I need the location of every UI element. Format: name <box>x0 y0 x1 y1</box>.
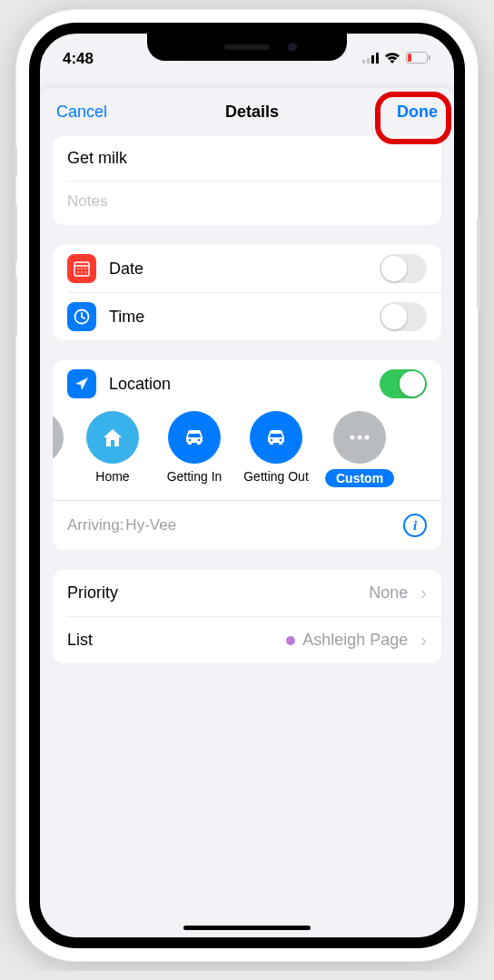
svg-point-11 <box>84 268 86 270</box>
home-indicator[interactable] <box>183 926 311 930</box>
clock-icon <box>67 302 96 331</box>
svg-point-12 <box>77 271 79 273</box>
notes-field[interactable]: Notes <box>53 181 441 225</box>
list-value: Ashleigh Page <box>302 631 408 650</box>
cancel-button[interactable]: Cancel <box>56 103 107 122</box>
chevron-right-icon: › <box>420 630 427 651</box>
wifi-icon <box>384 50 400 68</box>
arriving-place: Hy-Vee <box>125 516 176 534</box>
location-arrow-icon <box>67 369 96 398</box>
list-label: List <box>67 631 93 650</box>
battery-icon <box>406 50 431 68</box>
location-chip-home[interactable]: Home <box>80 411 145 487</box>
svg-rect-1 <box>367 58 370 64</box>
location-row[interactable]: Location <box>53 360 441 407</box>
meta-group: Priority None› List Ashleigh Page› <box>53 570 441 663</box>
date-label: Date <box>109 260 143 279</box>
svg-point-10 <box>81 268 83 270</box>
reminder-title-field[interactable]: Get milk <box>53 136 441 181</box>
svg-point-16 <box>189 439 192 442</box>
calendar-icon <box>67 254 96 283</box>
nav-bar: Cancel Details Done <box>40 88 454 136</box>
svg-point-9 <box>77 268 79 270</box>
house-icon <box>86 411 139 464</box>
svg-rect-3 <box>376 53 379 64</box>
date-row[interactable]: Date <box>53 245 441 292</box>
svg-point-17 <box>198 439 201 442</box>
location-toggle[interactable] <box>380 369 427 398</box>
svg-point-22 <box>365 436 370 440</box>
done-button[interactable]: Done <box>397 103 438 122</box>
svg-point-14 <box>84 271 86 273</box>
list-color-dot <box>286 636 295 645</box>
datetime-group: Date Time <box>53 245 441 340</box>
date-toggle[interactable] <box>380 254 427 283</box>
status-time: 4:48 <box>63 50 94 68</box>
chevron-right-icon: › <box>420 583 427 603</box>
title-group: Get milk Notes <box>53 136 441 225</box>
priority-label: Priority <box>67 583 118 603</box>
svg-point-13 <box>81 271 83 273</box>
details-modal: Cancel Details Done Get milk Notes D <box>40 88 454 937</box>
list-row[interactable]: List Ashleigh Page› <box>53 617 441 663</box>
svg-point-21 <box>358 436 362 440</box>
page-title: Details <box>225 103 279 122</box>
car-icon <box>168 411 221 464</box>
svg-point-19 <box>280 439 282 442</box>
time-toggle[interactable] <box>380 302 427 331</box>
cellular-icon <box>362 50 379 68</box>
svg-rect-2 <box>371 55 374 64</box>
svg-point-20 <box>351 436 355 440</box>
info-icon[interactable]: i <box>403 514 427 537</box>
arriving-label: Arriving: <box>67 516 124 534</box>
time-row[interactable]: Time <box>53 293 441 340</box>
location-chip-getting-in[interactable]: Getting In <box>162 411 227 487</box>
arriving-row[interactable]: Arriving: Hy-Vee i <box>53 501 441 550</box>
location-chips-row: ent Home Getting In <box>53 407 441 500</box>
priority-row[interactable]: Priority None› <box>53 570 441 616</box>
car-icon <box>250 411 302 464</box>
location-chip-custom[interactable]: Custom <box>325 411 394 487</box>
svg-point-18 <box>271 439 273 442</box>
location-group: Location ent Home <box>53 360 441 550</box>
svg-rect-6 <box>408 54 411 62</box>
svg-rect-5 <box>429 55 430 60</box>
priority-value: None <box>369 583 408 603</box>
location-chip-getting-out[interactable]: Getting Out <box>243 411 309 487</box>
ellipsis-icon <box>333 411 386 464</box>
notch <box>147 34 347 61</box>
time-label: Time <box>109 308 144 327</box>
location-label: Location <box>109 375 171 394</box>
svg-rect-0 <box>362 60 365 64</box>
location-chip-current[interactable]: ent <box>53 411 64 487</box>
